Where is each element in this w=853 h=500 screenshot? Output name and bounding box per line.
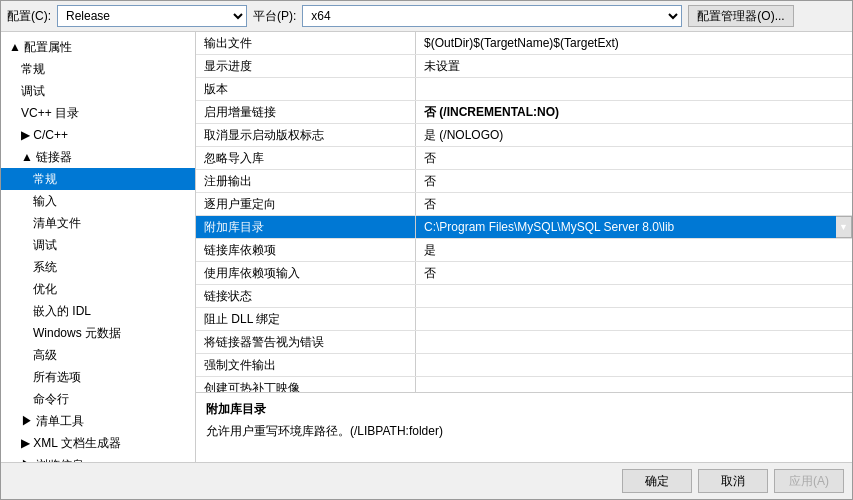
prop-value: 否 (/INCREMENTAL:NO) — [416, 101, 852, 123]
sidebar-item-linker-input[interactable]: 输入 — [1, 190, 195, 212]
prop-name: 强制文件输出 — [196, 354, 416, 376]
prop-row: 使用库依赖项输入否 — [196, 262, 852, 285]
sidebar-item-debug[interactable]: 调试 — [1, 80, 195, 102]
prop-row: 逐用户重定向否 — [196, 193, 852, 216]
sidebar-item-linker-advanced[interactable]: 高级 — [1, 344, 195, 366]
config-select[interactable]: Release — [57, 5, 247, 27]
prop-name: 版本 — [196, 78, 416, 100]
prop-row: 忽略导入库否 — [196, 147, 852, 170]
prop-value[interactable]: C:\Program Files\MySQL\MySQL Server 8.0\… — [416, 216, 836, 238]
prop-value — [416, 331, 852, 353]
prop-name: 忽略导入库 — [196, 147, 416, 169]
prop-row: 链接状态 — [196, 285, 852, 308]
cancel-button[interactable]: 取消 — [698, 469, 768, 493]
prop-name: 将链接器警告视为错误 — [196, 331, 416, 353]
prop-value: 是 — [416, 239, 852, 261]
sidebar-item-cpp[interactable]: ▶ C/C++ — [1, 124, 195, 146]
apply-button[interactable]: 应用(A) — [774, 469, 844, 493]
sidebar-item-config-props[interactable]: ▲ 配置属性 — [1, 36, 195, 58]
prop-row: 注册输出否 — [196, 170, 852, 193]
config-label: 配置(C): — [7, 8, 51, 25]
prop-value: 否 — [416, 262, 852, 284]
prop-name: 使用库依赖项输入 — [196, 262, 416, 284]
sidebar-item-linker-windows-meta[interactable]: Windows 元数据 — [1, 322, 195, 344]
prop-value — [416, 354, 852, 376]
sidebar-item-linker-general[interactable]: 常规 — [1, 168, 195, 190]
dialog: 配置(C): Release 平台(P): x64 配置管理器(O)... ▲ … — [0, 0, 853, 500]
platform-label: 平台(P): — [253, 8, 296, 25]
description-area: 附加库目录 允许用户重写环境库路径。(/LIBPATH:folder) — [196, 392, 852, 462]
sidebar-item-linker-embedded-idl[interactable]: 嵌入的 IDL — [1, 300, 195, 322]
prop-dropdown-button[interactable]: ▼ — [836, 216, 852, 238]
sidebar-item-linker-manifest[interactable]: 清单文件 — [1, 212, 195, 234]
prop-name: 取消显示启动版权标志 — [196, 124, 416, 146]
prop-name: 逐用户重定向 — [196, 193, 416, 215]
bottom-bar: 确定 取消 应用(A) — [1, 462, 852, 499]
prop-name: 输出文件 — [196, 32, 416, 54]
prop-name: 阻止 DLL 绑定 — [196, 308, 416, 330]
prop-row: 阻止 DLL 绑定 — [196, 308, 852, 331]
prop-row: 将链接器警告视为错误 — [196, 331, 852, 354]
ok-button[interactable]: 确定 — [622, 469, 692, 493]
prop-name: 启用增量链接 — [196, 101, 416, 123]
prop-row: 显示进度未设置 — [196, 55, 852, 78]
prop-name: 显示进度 — [196, 55, 416, 77]
prop-value — [416, 78, 852, 100]
prop-name: 附加库目录 — [196, 216, 416, 238]
prop-value — [416, 377, 852, 392]
platform-select[interactable]: x64 — [302, 5, 682, 27]
prop-value — [416, 285, 852, 307]
main-content: ▲ 配置属性常规调试VC++ 目录▶ C/C++▲ 链接器常规输入清单文件调试系… — [1, 32, 852, 462]
sidebar-item-linker-opt[interactable]: 优化 — [1, 278, 195, 300]
property-grid: 输出文件$(OutDir)$(TargetName)$(TargetExt)显示… — [196, 32, 852, 392]
prop-name: 链接库依赖项 — [196, 239, 416, 261]
prop-row: 附加库目录C:\Program Files\MySQL\MySQL Server… — [196, 216, 852, 239]
sidebar-item-linker-cmdline[interactable]: 命令行 — [1, 388, 195, 410]
prop-row: 启用增量链接否 (/INCREMENTAL:NO) — [196, 101, 852, 124]
prop-value: 未设置 — [416, 55, 852, 77]
prop-value — [416, 308, 852, 330]
sidebar: ▲ 配置属性常规调试VC++ 目录▶ C/C++▲ 链接器常规输入清单文件调试系… — [1, 32, 196, 462]
sidebar-item-xml-doc-gen[interactable]: ▶ XML 文档生成器 — [1, 432, 195, 454]
sidebar-item-linker-all-options[interactable]: 所有选项 — [1, 366, 195, 388]
prop-value: 否 — [416, 147, 852, 169]
config-mgr-button[interactable]: 配置管理器(O)... — [688, 5, 793, 27]
prop-row: 输出文件$(OutDir)$(TargetName)$(TargetExt) — [196, 32, 852, 55]
description-text: 允许用户重写环境库路径。(/LIBPATH:folder) — [206, 422, 842, 440]
prop-row: 取消显示启动版权标志是 (/NOLOGO) — [196, 124, 852, 147]
sidebar-item-browser-info[interactable]: ▶ 浏览信息 — [1, 454, 195, 462]
toolbar: 配置(C): Release 平台(P): x64 配置管理器(O)... — [1, 1, 852, 32]
prop-value: 是 (/NOLOGO) — [416, 124, 852, 146]
prop-row: 强制文件输出 — [196, 354, 852, 377]
prop-row: 版本 — [196, 78, 852, 101]
prop-value: 否 — [416, 193, 852, 215]
prop-value: 否 — [416, 170, 852, 192]
sidebar-item-vc-dirs[interactable]: VC++ 目录 — [1, 102, 195, 124]
sidebar-item-general[interactable]: 常规 — [1, 58, 195, 80]
prop-name: 创建可热补丁映像 — [196, 377, 416, 392]
prop-value: $(OutDir)$(TargetName)$(TargetExt) — [416, 32, 852, 54]
property-panel: 输出文件$(OutDir)$(TargetName)$(TargetExt)显示… — [196, 32, 852, 462]
sidebar-item-linker-debug[interactable]: 调试 — [1, 234, 195, 256]
prop-row: 链接库依赖项是 — [196, 239, 852, 262]
description-title: 附加库目录 — [206, 401, 842, 418]
sidebar-item-manifest-tool[interactable]: ▶ 清单工具 — [1, 410, 195, 432]
sidebar-item-linker-system[interactable]: 系统 — [1, 256, 195, 278]
prop-name: 注册输出 — [196, 170, 416, 192]
prop-name: 链接状态 — [196, 285, 416, 307]
sidebar-item-linker[interactable]: ▲ 链接器 — [1, 146, 195, 168]
prop-row: 创建可热补丁映像 — [196, 377, 852, 392]
